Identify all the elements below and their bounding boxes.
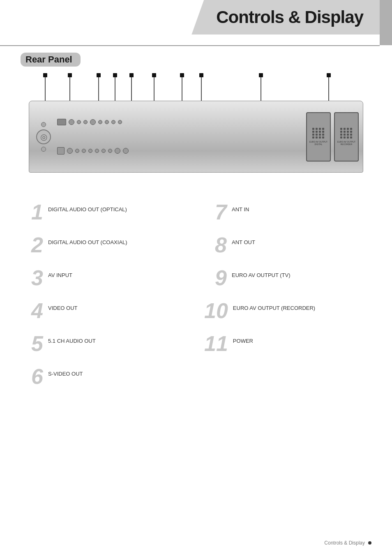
scart-recorder: EURO AV OUTPUTRECORDER xyxy=(334,112,359,162)
section-label-bg: Rear Panel xyxy=(21,53,81,67)
svg-rect-8 xyxy=(129,73,134,77)
item-3: 3 AV INPUT xyxy=(21,267,188,289)
item-text-4: VIDEO OUT xyxy=(48,300,78,312)
svg-rect-16 xyxy=(259,73,263,77)
item-number-5: 5 xyxy=(21,333,43,354)
ant-in xyxy=(115,148,120,154)
scart-recorder-label: EURO AV OUTPUTRECORDER xyxy=(337,141,355,145)
scart-pins-tv xyxy=(312,128,325,138)
item-4: 4 VIDEO OUT xyxy=(21,300,188,321)
accent-bar xyxy=(380,0,392,45)
connector-row-1 xyxy=(57,119,303,125)
item-1: 1 DIGITAL AUDIO OUT (OPTICAL) xyxy=(21,201,188,223)
item-8: 8 ANT OUT xyxy=(204,234,371,256)
item-text-3: AV INPUT xyxy=(48,267,72,279)
av-input-jack xyxy=(57,147,65,155)
connector-row-2 xyxy=(57,147,303,155)
svg-rect-0 xyxy=(43,73,47,77)
ch-out-6 xyxy=(108,149,112,153)
svg-rect-10 xyxy=(152,73,156,77)
item-number-2: 2 xyxy=(21,234,43,256)
item-text-11: POWER xyxy=(233,333,253,345)
device-middle-panel xyxy=(57,105,303,168)
svg-rect-12 xyxy=(180,73,184,77)
item-9: 9 EURO AV OUTPUT (TV) xyxy=(204,267,371,289)
footer-text: Controls & Display xyxy=(324,540,365,546)
item-text-7: ANT IN xyxy=(232,201,249,214)
ch-out-5 xyxy=(101,149,106,153)
item-number-1: 1 xyxy=(21,201,43,223)
item-text-6: S-VIDEO OUT xyxy=(48,366,83,378)
item-10: 10 EURO AV OUTPUT (RECORDER) xyxy=(204,300,371,321)
svg-rect-4 xyxy=(97,73,101,77)
svg-rect-14 xyxy=(199,73,203,77)
video-out-port xyxy=(67,148,73,154)
header-divider xyxy=(0,45,380,46)
audio-in-l xyxy=(77,120,81,124)
item-number-11: 11 xyxy=(204,333,228,354)
coaxial-port xyxy=(69,119,74,125)
item-7: 7 ANT IN xyxy=(204,201,371,223)
item-number-10: 10 xyxy=(204,300,228,321)
device-box: ◎ xyxy=(29,101,363,173)
ch-out-2 xyxy=(82,149,86,153)
item-number-3: 3 xyxy=(21,267,43,289)
ch-out-3 xyxy=(88,149,92,153)
item-text-8: ANT OUT xyxy=(232,234,255,247)
footer-bullet xyxy=(368,541,371,545)
item-2: 2 DIGITAL AUDIO OUT (COAXIAL) xyxy=(21,234,188,256)
ant-out xyxy=(123,148,129,154)
svg-rect-18 xyxy=(327,73,331,77)
item-number-6: 6 xyxy=(21,366,43,387)
svideo-2 xyxy=(105,120,109,124)
device-right-panel: EURO AV OUTPUTDIGITAL EURO AV OUTPUTRECO… xyxy=(306,112,359,162)
audio-out-1 xyxy=(111,120,115,124)
item-11: 11 POWER xyxy=(204,333,371,354)
page-title: Controls & Display xyxy=(216,7,363,27)
scart-tv-label: EURO AV OUTPUTDIGITAL xyxy=(309,141,327,145)
section-label: Rear Panel xyxy=(25,54,72,65)
scart-pins-recorder xyxy=(340,128,353,138)
device-left-panel: ◎ xyxy=(33,105,54,168)
svg-rect-6 xyxy=(113,73,117,77)
screw-top xyxy=(41,122,46,127)
svg-rect-2 xyxy=(68,73,72,77)
item-text-5: 5.1 CH AUDIO OUT xyxy=(48,333,96,345)
ch-out-4 xyxy=(95,149,99,153)
items-columns: 1 DIGITAL AUDIO OUT (OPTICAL) 2 DIGITAL … xyxy=(21,201,371,399)
fan-vent: ◎ xyxy=(36,129,51,144)
item-6: 6 S-VIDEO OUT xyxy=(21,366,188,387)
item-5: 5 5.1 CH AUDIO OUT xyxy=(21,333,188,354)
item-text-10: EURO AV OUTPUT (RECORDER) xyxy=(233,300,315,312)
screw-bottom xyxy=(41,147,46,152)
digital-audio-optical xyxy=(57,119,66,125)
scart-tv: EURO AV OUTPUTDIGITAL xyxy=(306,112,331,162)
items-left-col: 1 DIGITAL AUDIO OUT (OPTICAL) 2 DIGITAL … xyxy=(21,201,188,399)
item-number-9: 9 xyxy=(204,267,227,289)
page-header: Controls & Display xyxy=(0,0,392,45)
item-number-8: 8 xyxy=(204,234,227,256)
item-text-2: DIGITAL AUDIO OUT (COAXIAL) xyxy=(48,234,127,247)
diagram-area: ◎ xyxy=(21,70,371,189)
item-number-4: 4 xyxy=(21,300,43,321)
items-right-col: 7 ANT IN 8 ANT OUT 9 EURO AV OUTPUT (TV)… xyxy=(204,201,371,399)
items-section: 1 DIGITAL AUDIO OUT (OPTICAL) 2 DIGITAL … xyxy=(21,201,371,399)
item-text-1: DIGITAL AUDIO OUT (OPTICAL) xyxy=(48,201,127,214)
item-text-9: EURO AV OUTPUT (TV) xyxy=(232,267,291,279)
item-number-7: 7 xyxy=(204,201,227,223)
audio-in-r xyxy=(83,120,88,124)
audio-out-2 xyxy=(118,120,122,124)
page-footer: Controls & Display xyxy=(324,540,371,546)
svideo-1 xyxy=(98,120,102,124)
video-in xyxy=(90,119,96,125)
ch-out-1 xyxy=(75,149,79,153)
section-label-wrap: Rear Panel xyxy=(21,53,81,67)
title-box: Controls & Display xyxy=(191,0,380,35)
